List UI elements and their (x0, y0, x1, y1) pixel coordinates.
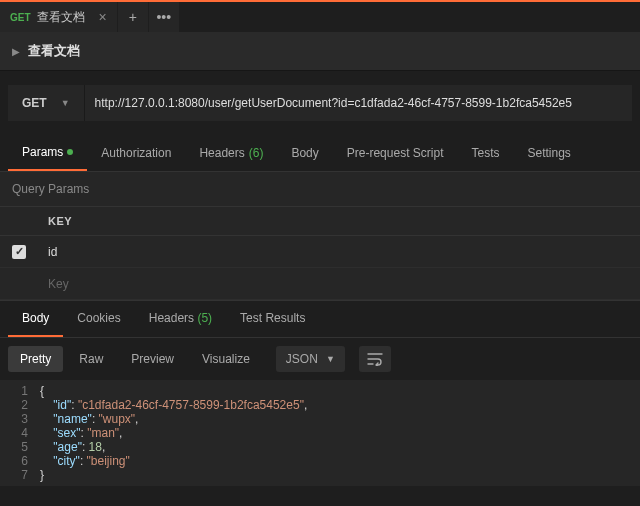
new-tab-button[interactable]: + (118, 2, 148, 32)
checkbox-checked-icon[interactable]: ✓ (12, 245, 26, 259)
query-params-label: Query Params (0, 172, 640, 206)
chevron-down-icon: ▼ (61, 98, 70, 108)
pretty-button[interactable]: Pretty (8, 346, 63, 372)
resp-tab-cookies[interactable]: Cookies (63, 301, 134, 337)
tab-params[interactable]: Params (8, 135, 87, 171)
raw-button[interactable]: Raw (67, 346, 115, 372)
query-key-input[interactable]: id (38, 245, 640, 259)
chevron-down-icon: ▼ (326, 354, 335, 364)
tab-method-label: GET (10, 12, 31, 23)
visualize-button[interactable]: Visualize (190, 346, 262, 372)
breadcrumb: ▶ 查看文档 (0, 32, 640, 71)
request-tab[interactable]: GET 查看文档 × (0, 0, 117, 32)
key-column-header: KEY (38, 207, 82, 235)
tab-title: 查看文档 (37, 9, 85, 26)
tab-headers[interactable]: Headers (6) (185, 135, 277, 171)
tab-settings[interactable]: Settings (514, 135, 585, 171)
modified-dot-icon (67, 149, 73, 155)
tab-tests[interactable]: Tests (457, 135, 513, 171)
tab-body[interactable]: Body (277, 135, 332, 171)
resp-tab-headers[interactable]: Headers (5) (135, 301, 226, 337)
query-key-placeholder[interactable]: Key (38, 277, 640, 291)
close-icon[interactable]: × (99, 9, 107, 25)
response-body[interactable]: 1{ 2 "id": "c1dfada2-46cf-4757-8599-1b2f… (0, 380, 640, 486)
method-value: GET (22, 96, 47, 110)
method-select[interactable]: GET ▼ (8, 85, 85, 121)
tab-bar: GET 查看文档 × + ••• (0, 0, 640, 32)
tab-prerequest[interactable]: Pre-request Script (333, 135, 458, 171)
kv-header-row: KEY (0, 206, 640, 236)
preview-button[interactable]: Preview (119, 346, 186, 372)
resp-tab-tests[interactable]: Test Results (226, 301, 319, 337)
request-row: GET ▼ http://127.0.0.1:8080/user/getUser… (8, 85, 632, 121)
format-select[interactable]: JSON ▼ (276, 346, 345, 372)
chevron-right-icon[interactable]: ▶ (12, 46, 20, 57)
body-toolbar: Pretty Raw Preview Visualize JSON ▼ (0, 338, 640, 380)
breadcrumb-title: 查看文档 (28, 42, 80, 60)
request-subtabs: Params Authorization Headers (6) Body Pr… (0, 135, 640, 172)
query-param-row[interactable]: ✓ id (0, 236, 640, 268)
resp-tab-body[interactable]: Body (8, 301, 63, 337)
tab-authorization[interactable]: Authorization (87, 135, 185, 171)
tab-overflow-button[interactable]: ••• (149, 2, 179, 32)
url-input[interactable]: http://127.0.0.1:8080/user/getUserDocume… (85, 85, 632, 121)
query-param-row-empty[interactable]: Key (0, 268, 640, 300)
response-tabs: Body Cookies Headers (5) Test Results (0, 300, 640, 338)
wrap-lines-button[interactable] (359, 346, 391, 372)
